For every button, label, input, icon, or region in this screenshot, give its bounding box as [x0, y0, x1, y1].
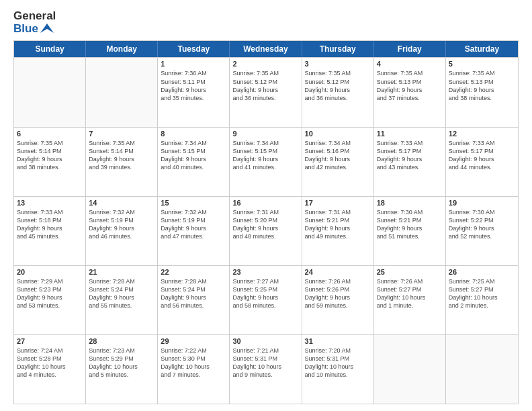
day-number: 18 — [377, 199, 443, 207]
day-info: Sunrise: 7:34 AM Sunset: 5:15 PM Dayligh… — [161, 139, 226, 172]
day-info: Sunrise: 7:23 AM Sunset: 5:29 PM Dayligh… — [89, 347, 154, 379]
day-number: 26 — [449, 268, 515, 276]
day-cell-3: 3Sunrise: 7:35 AM Sunset: 5:12 PM Daylig… — [302, 58, 374, 126]
empty-cell-4-5 — [374, 335, 446, 404]
day-info: Sunrise: 7:20 AM Sunset: 5:31 PM Dayligh… — [305, 347, 371, 379]
day-cell-27: 27Sunrise: 7:24 AM Sunset: 5:28 PM Dayli… — [14, 335, 86, 404]
empty-cell-0-1 — [86, 58, 158, 126]
calendar-row-5: 27Sunrise: 7:24 AM Sunset: 5:28 PM Dayli… — [14, 334, 518, 404]
logo-bird-icon — [40, 24, 54, 34]
day-cell-23: 23Sunrise: 7:27 AM Sunset: 5:25 PM Dayli… — [230, 266, 302, 334]
day-cell-14: 14Sunrise: 7:32 AM Sunset: 5:19 PM Dayli… — [86, 197, 158, 265]
day-number: 3 — [305, 60, 371, 68]
day-cell-10: 10Sunrise: 7:34 AM Sunset: 5:16 PM Dayli… — [302, 128, 374, 196]
calendar-header: SundayMondayTuesdayWednesdayThursdayFrid… — [14, 41, 518, 57]
page: General Blue SundayMondayTuesdayWednesda… — [0, 0, 532, 411]
day-cell-8: 8Sunrise: 7:34 AM Sunset: 5:15 PM Daylig… — [158, 128, 230, 196]
day-cell-20: 20Sunrise: 7:29 AM Sunset: 5:23 PM Dayli… — [14, 266, 86, 334]
day-cell-11: 11Sunrise: 7:33 AM Sunset: 5:17 PM Dayli… — [374, 128, 446, 196]
day-cell-25: 25Sunrise: 7:26 AM Sunset: 5:27 PM Dayli… — [374, 266, 446, 334]
day-number: 22 — [161, 268, 226, 276]
day-info: Sunrise: 7:27 AM Sunset: 5:25 PM Dayligh… — [232, 277, 298, 310]
day-number: 11 — [377, 130, 443, 138]
day-cell-19: 19Sunrise: 7:30 AM Sunset: 5:22 PM Dayli… — [446, 197, 518, 265]
day-info: Sunrise: 7:33 AM Sunset: 5:18 PM Dayligh… — [17, 208, 83, 241]
day-number: 31 — [305, 337, 371, 345]
day-number: 28 — [89, 337, 154, 345]
day-info: Sunrise: 7:32 AM Sunset: 5:19 PM Dayligh… — [161, 208, 226, 241]
day-number: 2 — [232, 60, 298, 68]
day-cell-4: 4Sunrise: 7:35 AM Sunset: 5:13 PM Daylig… — [374, 58, 446, 126]
day-info: Sunrise: 7:35 AM Sunset: 5:12 PM Dayligh… — [232, 69, 298, 102]
weekday-header-saturday: Saturday — [446, 41, 518, 57]
day-info: Sunrise: 7:28 AM Sunset: 5:24 PM Dayligh… — [161, 277, 226, 310]
day-info: Sunrise: 7:29 AM Sunset: 5:23 PM Dayligh… — [17, 277, 83, 310]
day-number: 7 — [89, 130, 154, 138]
day-info: Sunrise: 7:30 AM Sunset: 5:21 PM Dayligh… — [377, 208, 443, 241]
day-number: 8 — [161, 130, 226, 138]
day-info: Sunrise: 7:35 AM Sunset: 5:13 PM Dayligh… — [449, 69, 515, 102]
day-cell-24: 24Sunrise: 7:26 AM Sunset: 5:26 PM Dayli… — [302, 266, 374, 334]
day-info: Sunrise: 7:24 AM Sunset: 5:28 PM Dayligh… — [17, 347, 83, 379]
day-info: Sunrise: 7:36 AM Sunset: 5:11 PM Dayligh… — [161, 69, 226, 102]
day-info: Sunrise: 7:26 AM Sunset: 5:27 PM Dayligh… — [377, 277, 443, 310]
day-info: Sunrise: 7:32 AM Sunset: 5:19 PM Dayligh… — [89, 208, 154, 241]
empty-cell-0-0 — [14, 58, 86, 126]
logo: General Blue — [13, 10, 56, 35]
day-info: Sunrise: 7:26 AM Sunset: 5:26 PM Dayligh… — [305, 277, 371, 310]
day-cell-9: 9Sunrise: 7:34 AM Sunset: 5:15 PM Daylig… — [230, 128, 302, 196]
day-cell-5: 5Sunrise: 7:35 AM Sunset: 5:13 PM Daylig… — [446, 58, 518, 126]
day-number: 6 — [17, 130, 83, 138]
day-cell-26: 26Sunrise: 7:25 AM Sunset: 5:27 PM Dayli… — [446, 266, 518, 334]
day-info: Sunrise: 7:35 AM Sunset: 5:14 PM Dayligh… — [17, 139, 83, 172]
calendar-row-2: 6Sunrise: 7:35 AM Sunset: 5:14 PM Daylig… — [14, 127, 518, 196]
logo-blue: Blue — [13, 23, 56, 36]
weekday-header-tuesday: Tuesday — [158, 41, 230, 57]
day-number: 27 — [17, 337, 83, 345]
day-number: 21 — [89, 268, 154, 276]
day-info: Sunrise: 7:22 AM Sunset: 5:30 PM Dayligh… — [161, 347, 226, 379]
day-number: 23 — [232, 268, 298, 276]
day-number: 16 — [232, 199, 298, 207]
weekday-header-sunday: Sunday — [14, 41, 86, 57]
day-cell-31: 31Sunrise: 7:20 AM Sunset: 5:31 PM Dayli… — [302, 335, 374, 404]
day-number: 12 — [449, 130, 515, 138]
day-cell-1: 1Sunrise: 7:36 AM Sunset: 5:11 PM Daylig… — [158, 58, 230, 126]
calendar-body: 1Sunrise: 7:36 AM Sunset: 5:11 PM Daylig… — [14, 57, 518, 404]
day-info: Sunrise: 7:35 AM Sunset: 5:13 PM Dayligh… — [377, 69, 443, 102]
day-number: 4 — [377, 60, 443, 68]
day-number: 5 — [449, 60, 515, 68]
day-number: 1 — [161, 60, 226, 68]
header: General Blue — [13, 10, 519, 35]
day-info: Sunrise: 7:33 AM Sunset: 5:17 PM Dayligh… — [449, 139, 515, 172]
day-info: Sunrise: 7:31 AM Sunset: 5:21 PM Dayligh… — [305, 208, 371, 241]
day-number: 10 — [305, 130, 371, 138]
day-number: 13 — [17, 199, 83, 207]
day-number: 9 — [232, 130, 298, 138]
day-info: Sunrise: 7:31 AM Sunset: 5:20 PM Dayligh… — [232, 208, 298, 241]
empty-cell-4-6 — [446, 335, 518, 404]
day-info: Sunrise: 7:25 AM Sunset: 5:27 PM Dayligh… — [449, 277, 515, 310]
weekday-header-friday: Friday — [374, 41, 446, 57]
day-info: Sunrise: 7:34 AM Sunset: 5:16 PM Dayligh… — [305, 139, 371, 172]
day-cell-13: 13Sunrise: 7:33 AM Sunset: 5:18 PM Dayli… — [14, 197, 86, 265]
day-info: Sunrise: 7:30 AM Sunset: 5:22 PM Dayligh… — [449, 208, 515, 241]
day-number: 15 — [161, 199, 226, 207]
calendar-row-3: 13Sunrise: 7:33 AM Sunset: 5:18 PM Dayli… — [14, 196, 518, 265]
day-cell-6: 6Sunrise: 7:35 AM Sunset: 5:14 PM Daylig… — [14, 128, 86, 196]
day-number: 14 — [89, 199, 154, 207]
calendar: SundayMondayTuesdayWednesdayThursdayFrid… — [13, 40, 519, 404]
day-cell-22: 22Sunrise: 7:28 AM Sunset: 5:24 PM Dayli… — [158, 266, 230, 334]
day-info: Sunrise: 7:28 AM Sunset: 5:24 PM Dayligh… — [89, 277, 154, 310]
day-info: Sunrise: 7:34 AM Sunset: 5:15 PM Dayligh… — [232, 139, 298, 172]
day-info: Sunrise: 7:33 AM Sunset: 5:17 PM Dayligh… — [377, 139, 443, 172]
day-cell-2: 2Sunrise: 7:35 AM Sunset: 5:12 PM Daylig… — [230, 58, 302, 126]
day-info: Sunrise: 7:35 AM Sunset: 5:12 PM Dayligh… — [305, 69, 371, 102]
day-info: Sunrise: 7:21 AM Sunset: 5:31 PM Dayligh… — [232, 347, 298, 379]
weekday-header-thursday: Thursday — [302, 41, 374, 57]
day-cell-17: 17Sunrise: 7:31 AM Sunset: 5:21 PM Dayli… — [302, 197, 374, 265]
day-cell-30: 30Sunrise: 7:21 AM Sunset: 5:31 PM Dayli… — [230, 335, 302, 404]
weekday-header-monday: Monday — [86, 41, 158, 57]
logo-general: General — [13, 10, 56, 23]
day-cell-15: 15Sunrise: 7:32 AM Sunset: 5:19 PM Dayli… — [158, 197, 230, 265]
